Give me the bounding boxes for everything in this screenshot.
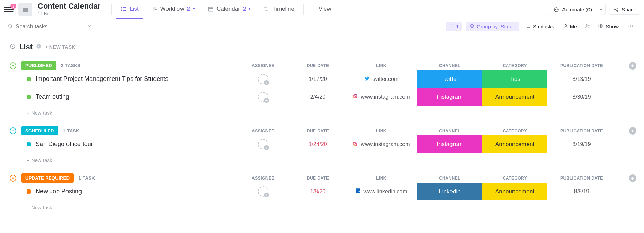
add-view-button[interactable]: + View	[308, 0, 335, 19]
status-chip[interactable]: PUBLISHED	[21, 61, 56, 70]
task-row[interactable]: Important Project Management Tips for St…	[10, 70, 634, 88]
assignee-placeholder-icon[interactable]	[258, 139, 268, 149]
chevron-down-icon[interactable]	[87, 24, 92, 30]
automate-label: Automate (0)	[562, 7, 592, 12]
assignee-placeholder-icon[interactable]	[258, 186, 268, 197]
tab-workflow[interactable]: Workflow2▾	[147, 0, 199, 19]
task-row[interactable]: New Job Posting1/8/20www.linkedin.comLin…	[10, 183, 634, 200]
chevron-down-icon[interactable]	[10, 43, 16, 51]
assignee-placeholder-icon[interactable]	[258, 74, 268, 84]
due-date-cell[interactable]: 2/4/20	[290, 94, 345, 100]
groupby-button[interactable]: Group by: Status	[466, 22, 519, 31]
me-button[interactable]: Me	[560, 22, 580, 31]
channel-cell[interactable]: Linkedin	[417, 183, 482, 200]
notification-badge: 3	[10, 4, 16, 9]
tab-calendar[interactable]: Calendar2▾	[203, 0, 255, 19]
group-header: PUBLISHED2 TASKSASSIGNEEDUE DATELINKCHAN…	[10, 61, 634, 70]
search-input[interactable]	[16, 24, 84, 30]
category-cell[interactable]: Announcement	[482, 88, 547, 106]
people-icon	[584, 23, 591, 30]
due-date-cell[interactable]: 1/17/20	[290, 76, 345, 82]
collapse-toggle[interactable]	[10, 62, 16, 69]
add-column-button[interactable]: +	[616, 62, 636, 70]
col-publication-date: PUBLICATION DATE	[547, 176, 616, 181]
channel-cell[interactable]: Instagram	[417, 88, 482, 106]
svg-line-21	[615, 8, 617, 9]
search-input-wrap[interactable]	[8, 23, 97, 30]
chevron-down-icon[interactable]: ▾	[193, 7, 195, 11]
show-button[interactable]: Show	[595, 22, 621, 31]
link-cell[interactable]: www.instagram.com	[345, 141, 417, 148]
svg-rect-44	[353, 94, 357, 98]
assignee-cell[interactable]	[236, 139, 290, 149]
workflow-icon	[151, 6, 158, 12]
svg-point-5	[122, 10, 122, 11]
link-cell[interactable]: twitter.com	[345, 76, 417, 83]
divider	[145, 4, 145, 15]
svg-point-40	[10, 44, 15, 49]
title-block: Content Calendar 1 List	[38, 2, 100, 16]
status-square-icon	[27, 189, 31, 194]
assignee-cell[interactable]	[236, 92, 290, 102]
subtasks-button[interactable]: Subtasks	[523, 22, 557, 31]
list-icon	[121, 6, 127, 12]
channel-cell[interactable]: Twitter	[417, 70, 482, 88]
category-cell[interactable]: Tips	[482, 70, 547, 88]
svg-point-52	[357, 189, 357, 190]
divider	[201, 4, 201, 15]
publication-date-cell[interactable]: 8/30/19	[547, 94, 616, 100]
task-title-cell[interactable]: Important Project Management Tips for St…	[10, 75, 236, 83]
search-icon	[8, 23, 13, 30]
more-button[interactable]	[625, 22, 636, 32]
due-date-cell[interactable]: 1/24/20	[290, 141, 345, 147]
status-chip[interactable]: SCHEDULED	[21, 126, 58, 135]
linkedin-icon	[355, 188, 361, 195]
status-chip[interactable]: UPDATE REQUIRED	[21, 173, 74, 183]
share-button[interactable]: Share	[609, 4, 640, 15]
new-task-row[interactable]: + New task	[10, 106, 634, 116]
chevron-down-icon[interactable]	[596, 7, 603, 12]
task-title-cell[interactable]: San Diego office tour	[10, 140, 236, 148]
link-text: twitter.com	[372, 76, 398, 82]
task-row[interactable]: Team outing2/4/20www.instagram.comInstag…	[10, 88, 634, 106]
due-date-cell[interactable]: 1/8/20	[290, 188, 345, 195]
link-cell[interactable]: www.instagram.com	[345, 94, 417, 100]
assignee-placeholder-icon[interactable]	[258, 92, 268, 102]
assignee-cell[interactable]	[236, 74, 290, 84]
assignee-cell[interactable]	[236, 186, 290, 197]
svg-point-33	[586, 24, 587, 26]
add-column-button[interactable]: +	[616, 174, 636, 182]
add-column-button[interactable]: +	[616, 127, 636, 135]
new-task-row[interactable]: + New task	[10, 153, 634, 163]
collapse-toggle[interactable]	[10, 127, 16, 134]
subtasks-label: Subtasks	[533, 24, 554, 29]
svg-point-15	[554, 8, 558, 12]
assignees-button[interactable]	[583, 22, 592, 31]
link-text: www.instagram.com	[361, 141, 410, 147]
menu-toggle[interactable]: 3	[4, 7, 14, 12]
collapse-toggle[interactable]	[10, 175, 16, 182]
chevron-down-icon[interactable]: ▾	[249, 7, 251, 11]
task-title-cell[interactable]: Team outing	[10, 93, 236, 100]
folder-icon[interactable]	[18, 3, 32, 16]
new-task-row[interactable]: + New task	[10, 200, 634, 210]
category-cell[interactable]: Announcement	[482, 135, 547, 153]
automate-button[interactable]: Automate (0)	[549, 4, 606, 15]
tab-list[interactable]: List	[116, 0, 143, 19]
ellipsis-icon	[628, 23, 634, 30]
channel-cell[interactable]: Instagram	[417, 135, 482, 153]
category-cell[interactable]: Announcement	[482, 183, 547, 200]
publication-date-cell[interactable]: 8/13/19	[547, 76, 616, 82]
filter-button[interactable]: 1	[446, 22, 462, 31]
task-row[interactable]: San Diego office tour1/24/20www.instagra…	[10, 135, 634, 153]
task-title-cell[interactable]: New Job Posting	[10, 188, 236, 195]
publication-date-cell[interactable]: 8/19/19	[547, 141, 616, 147]
tab-timeline[interactable]: Timeline	[259, 0, 298, 19]
divider	[303, 4, 304, 15]
col-category: CATEGORY	[482, 63, 547, 68]
new-task-button[interactable]: + NEW TASK	[45, 44, 75, 50]
info-icon[interactable]	[36, 44, 41, 50]
publication-date-cell[interactable]: 8/5/19	[547, 188, 616, 195]
link-cell[interactable]: www.linkedin.com	[345, 188, 417, 195]
share-icon	[614, 7, 619, 12]
